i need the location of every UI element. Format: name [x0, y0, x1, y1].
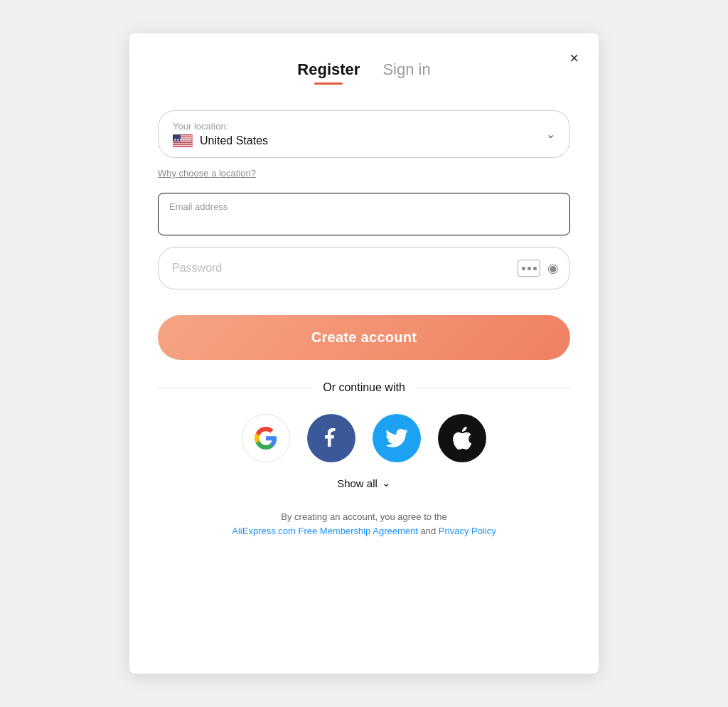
terms-text: By creating an account, you agree to the — [281, 511, 446, 522]
google-icon — [253, 425, 279, 451]
password-mask-button[interactable] — [518, 260, 540, 277]
create-account-button[interactable]: Create account — [158, 315, 570, 360]
svg-text:★★★★★★: ★★★★★★ — [173, 137, 191, 142]
facebook-login-button[interactable] — [307, 414, 355, 462]
location-dropdown[interactable]: Your location: ★★★★★★ — [158, 110, 570, 158]
us-flag-icon: ★★★★★★ — [173, 134, 193, 147]
close-button[interactable]: × — [569, 51, 579, 66]
terms-and-word: and — [420, 526, 436, 536]
apple-icon — [452, 426, 472, 450]
location-country: United States — [200, 134, 268, 147]
password-icons: ◉ — [518, 260, 559, 277]
location-label: Your location: — [173, 121, 268, 132]
membership-agreement-link[interactable]: AliExpress.com Free Membership Agreement — [232, 526, 418, 536]
or-divider: Or continue with — [158, 381, 570, 394]
divider-line-left — [158, 388, 311, 388]
terms-section: By creating an account, you agree to the… — [158, 510, 570, 540]
password-field-group: Password ◉ — [158, 247, 570, 289]
apple-login-button[interactable] — [438, 414, 486, 462]
svg-rect-4 — [173, 142, 193, 142]
register-form: Your location: ★★★★★★ — [158, 110, 570, 539]
eye-icon: ◉ — [547, 260, 559, 276]
twitter-icon — [385, 429, 408, 447]
location-value: ★★★★★★ United States — [173, 134, 268, 147]
svg-rect-5 — [173, 143, 193, 144]
dots-icon — [518, 260, 540, 277]
email-input[interactable] — [158, 193, 570, 235]
tab-register[interactable]: Register — [297, 60, 360, 85]
why-location-link[interactable]: Why choose a location? — [158, 168, 256, 179]
tab-bar: Register Sign in — [158, 55, 570, 85]
divider-line-right — [417, 388, 570, 388]
show-all-label: Show all — [337, 477, 378, 489]
facebook-icon — [320, 427, 343, 450]
show-all-chevron-icon: ⌄ — [382, 477, 391, 489]
password-visibility-button[interactable]: ◉ — [547, 260, 559, 276]
twitter-login-button[interactable] — [373, 414, 421, 462]
show-all-button[interactable]: Show all ⌄ — [337, 477, 391, 489]
show-all-section: Show all ⌄ — [158, 477, 570, 490]
password-input[interactable] — [158, 247, 570, 289]
privacy-policy-link[interactable]: Privacy Policy — [439, 526, 496, 536]
tab-signin[interactable]: Sign in — [382, 60, 430, 85]
google-login-button[interactable] — [242, 414, 290, 462]
svg-rect-6 — [173, 145, 193, 146]
or-text: Or continue with — [323, 381, 405, 394]
social-icons — [158, 414, 570, 462]
chevron-down-icon: ⌄ — [546, 127, 555, 141]
register-modal: × Register Sign in Your location: — [129, 33, 599, 674]
email-field-group: Email address — [158, 193, 570, 235]
